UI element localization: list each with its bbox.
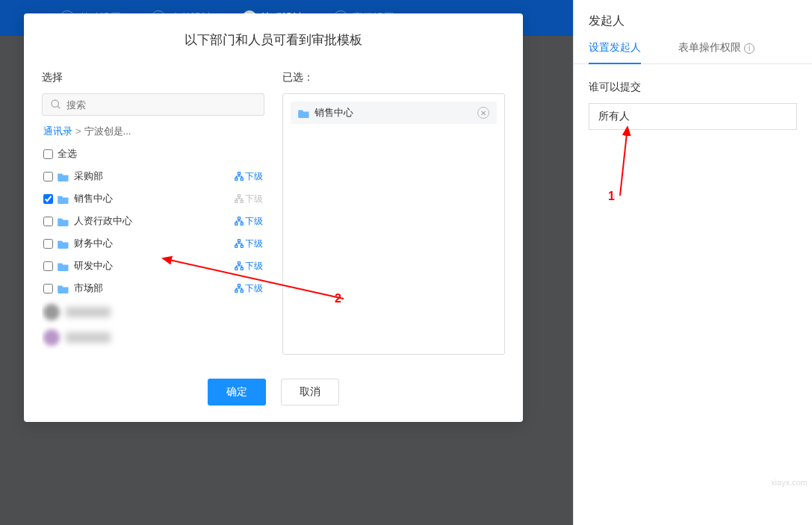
info-icon: i (744, 43, 754, 54)
folder-icon (58, 239, 69, 249)
folder-icon (58, 194, 69, 204)
selected-panel: 销售中心 ✕ (282, 93, 505, 355)
hierarchy-icon (235, 194, 244, 203)
search-input[interactable] (66, 99, 256, 111)
dept-row[interactable]: 采购部下级 (42, 165, 264, 187)
modal-title: 以下部门和人员可看到审批模板 (42, 31, 505, 49)
svg-rect-8 (238, 217, 241, 220)
svg-rect-17 (238, 285, 241, 287)
breadcrumb-root[interactable]: 通讯录 (43, 125, 72, 137)
svg-rect-16 (241, 267, 243, 270)
breadcrumb: 通讯录>宁波创是... (42, 125, 264, 138)
tab-form-permission[interactable]: 表单操作权限i (678, 41, 754, 63)
hierarchy-icon (235, 284, 244, 293)
subordinate-link[interactable]: 下级 (235, 215, 263, 228)
search-icon (50, 99, 62, 111)
cancel-button[interactable]: 取消 (281, 379, 339, 406)
svg-rect-14 (238, 262, 241, 264)
svg-rect-3 (235, 178, 238, 180)
person-row[interactable] (42, 299, 264, 325)
avatar (43, 329, 60, 346)
svg-rect-10 (241, 223, 243, 225)
dept-checkbox[interactable] (43, 239, 53, 249)
submitter-select[interactable]: 所有人 (589, 103, 797, 130)
dept-checkbox[interactable] (43, 194, 53, 204)
annotation-label-2: 2 (335, 292, 341, 305)
tab-set-initiator[interactable]: 设置发起人 (589, 41, 641, 63)
dept-tree[interactable]: 全选 采购部下级销售中心下级人资行政中心下级财务中心下级研发中心下级市场部下级 (42, 143, 264, 364)
search-box[interactable] (42, 93, 264, 116)
dept-row[interactable]: 市场部下级 (42, 277, 264, 299)
right-tabs: 设置发起人 表单操作权限i (574, 41, 812, 64)
right-config-panel: 发起人 设置发起人 表单操作权限i 谁可以提交 所有人 (573, 0, 812, 525)
folder-icon (298, 108, 310, 118)
avatar (43, 304, 60, 320)
select-all-checkbox[interactable] (43, 149, 53, 159)
subordinate-link: 下级 (235, 193, 263, 205)
svg-rect-4 (241, 178, 243, 180)
select-people-modal: 以下部门和人员可看到审批模板 选择 通讯录>宁波创是... 全选 采购部下级销售… (24, 13, 523, 422)
svg-rect-13 (241, 245, 243, 247)
who-can-submit-label: 谁可以提交 (589, 81, 797, 94)
dept-checkbox[interactable] (43, 284, 53, 293)
svg-rect-5 (238, 195, 241, 197)
subordinate-link[interactable]: 下级 (235, 282, 263, 295)
dept-checkbox[interactable] (43, 172, 53, 181)
folder-icon (58, 261, 69, 271)
select-column: 选择 通讯录>宁波创是... 全选 采购部下级销售中心下级人资行政中心下级财务中… (42, 71, 264, 364)
svg-rect-12 (235, 245, 238, 247)
svg-point-0 (52, 100, 58, 107)
subordinate-link[interactable]: 下级 (235, 237, 263, 250)
select-all-row[interactable]: 全选 (42, 143, 264, 165)
panel-title: 发起人 (574, 13, 812, 41)
svg-rect-6 (235, 200, 238, 202)
person-row[interactable] (42, 325, 264, 350)
select-label: 选择 (42, 71, 264, 84)
subordinate-link[interactable]: 下级 (235, 170, 263, 183)
hierarchy-icon (235, 261, 244, 270)
dept-row[interactable]: 人资行政中心下级 (42, 210, 264, 232)
folder-icon (58, 284, 69, 293)
svg-rect-9 (235, 223, 238, 225)
dept-row[interactable]: 财务中心下级 (42, 232, 264, 255)
svg-line-1 (58, 106, 60, 108)
selected-label: 已选： (282, 71, 505, 84)
svg-rect-15 (235, 267, 238, 270)
annotation-label-1: 1 (608, 190, 615, 203)
dept-row[interactable]: 研发中心下级 (42, 255, 264, 277)
hierarchy-icon (235, 172, 244, 181)
folder-icon (58, 172, 69, 181)
remove-icon[interactable]: ✕ (477, 107, 489, 119)
dept-row[interactable]: 销售中心下级 (42, 187, 264, 210)
svg-rect-11 (238, 240, 241, 242)
svg-rect-18 (235, 290, 238, 292)
folder-icon (58, 217, 69, 226)
confirm-button[interactable]: 确定 (208, 379, 266, 406)
selected-item: 销售中心 ✕ (291, 102, 497, 124)
svg-rect-7 (241, 200, 243, 202)
dept-checkbox[interactable] (43, 217, 53, 226)
dept-checkbox[interactable] (43, 261, 53, 271)
hierarchy-icon (235, 217, 244, 226)
selected-column: 已选： 销售中心 ✕ (282, 71, 505, 364)
svg-rect-19 (241, 290, 243, 292)
svg-rect-2 (238, 173, 241, 175)
hierarchy-icon (235, 239, 244, 248)
subordinate-link[interactable]: 下级 (235, 260, 263, 273)
breadcrumb-current: 宁波创是... (84, 125, 131, 137)
